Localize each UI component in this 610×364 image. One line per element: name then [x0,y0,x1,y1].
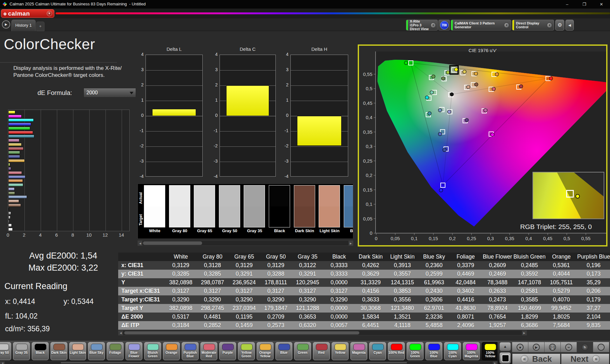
patch-button-blue[interactable]: Blue [275,342,292,360]
maximize-button[interactable]: ❐ [577,0,592,9]
table-cell: 5,4858 [418,321,450,330]
table-cell: 0,4416 [450,295,481,304]
patch-button-100%-green[interactable]: 100% Green [407,342,424,360]
table-cell: 6,3686 [513,321,546,330]
patch-color-chip [241,344,253,350]
patch-button-gray-35[interactable]: Gray 35 [13,342,30,360]
patch-button-blue-sky[interactable]: Blue Sky [88,342,105,360]
delta-y-tick: 2 [208,82,218,87]
patch-button-foliage[interactable]: Foliage [107,342,124,360]
delta-h-chart [290,55,348,177]
refresh-button[interactable]: ↻ [577,342,593,352]
patch-button-green[interactable]: Green [294,342,311,360]
deltae-bar-bluish-green [8,183,23,186]
svg-text:0,3: 0,3 [487,236,494,241]
patch-row-scrollbar[interactable]: ◀ ▶ [0,361,498,364]
close-button[interactable]: ✕ [594,0,609,9]
next-button[interactable]: Next » [561,354,609,364]
table-cell: 2,3236 [418,313,450,321]
table-cell: 0,3556 [387,295,418,304]
scroll-left-icon[interactable]: ◀ [0,361,5,364]
scroll-right-icon[interactable]: ▶ [349,241,353,246]
patch-button-orange[interactable]: Orange [163,342,180,360]
record-button[interactable] [593,342,609,352]
patch-button-orange-yellow[interactable]: Orange Yellow [257,342,274,360]
patch-button-bluish-green[interactable]: Bluish Green [144,342,161,360]
chevron-down-icon[interactable]: ▼ [47,11,52,16]
patch-button-100%-red[interactable]: 100% Red [388,342,405,360]
calman-menu-button[interactable]: ◈ calman ▼ [1,9,54,18]
patch-color-chip [428,344,440,350]
deltae-bar-gray-50 [8,216,10,219]
patch-gray-35 [244,185,265,227]
svg-text:0,45: 0,45 [543,236,552,241]
meter-badge[interactable]: 708 [438,20,450,30]
window-shade-button[interactable] [499,352,511,364]
display-control-dropdown[interactable]: Direct Display Control ▼ [512,20,554,30]
table-row: Y382,0898298,0787236,9524178,8111120,294… [118,278,610,287]
cie-measured-100-blue [439,189,443,192]
patch-button-100%-magenta[interactable]: 100% Magenta [463,342,480,360]
patch-button-dark-skin[interactable]: Dark Skin [51,342,67,360]
table-cell: 0,8071 [450,313,481,321]
patch-dark-skin [294,185,315,227]
expand-up-button[interactable]: ▲ [499,342,511,351]
meter-dropdown[interactable]: X-Rite i1Pro 3 Direct View ▼ [406,20,438,30]
patch-button-blue-flower[interactable]: Blue Flower [125,342,142,360]
patch-button-cyan[interactable]: Cyan [369,342,386,360]
table-column-header: Orange [546,253,577,261]
nav-forward-icon[interactable]: ▶ [2,20,10,29]
table-cell: 0,2360 [418,261,450,270]
scroll-left-icon[interactable]: ◀ [138,241,142,246]
table-cell: 0,3129 [165,261,197,270]
add-tab-button[interactable]: + [36,22,44,31]
patch-color-chip [72,344,84,350]
delta-y-tick: -3 [134,158,144,164]
swatch-strip-scrollbar[interactable]: ◀ ▶ [138,240,353,246]
patch-button-moderate-red[interactable]: Moderate Red [200,342,217,360]
scroll-right-icon[interactable]: ▶ [493,361,497,364]
collapse-panel-button[interactable]: ◀ [566,20,574,30]
chevron-down-icon[interactable]: ▼ [430,23,436,28]
chevron-down-icon[interactable]: ▼ [504,23,509,28]
patch-button-purplish-blue[interactable]: Purplish Blue [182,342,199,360]
patch-button-gray-50[interactable]: Gray 50 [0,342,11,360]
patch-color-chip [391,344,403,350]
stop-button[interactable]: ■ [512,342,528,352]
pattern-generator-dropdown[interactable]: CalMAN Client 3 Pattern Generator ▼ [451,20,511,30]
patch-button-100%-yellow[interactable]: 100% Yellow [482,342,498,360]
patch-button-100%-blue[interactable]: 100% Blue [425,342,442,360]
back-button[interactable]: « Back [512,354,560,364]
patch-button-black[interactable]: Black [32,342,49,360]
deltae-bar-100-cyan [8,118,34,122]
calman-logo-text: calman [8,10,45,17]
patch-button-yellow[interactable]: Yellow [332,342,349,360]
table-cell: 0,2581 [513,287,546,295]
de-formula-select[interactable]: 2000 [84,88,136,98]
scroll-right-icon[interactable]: ▶ [522,331,526,335]
step-button[interactable]: [··] [545,342,561,352]
table-scrollbar[interactable]: ◀ ▶ [118,330,527,335]
table-column-header: Blue Flower [481,253,513,261]
scrollbar-thumb[interactable] [124,331,359,334]
patch-button-yellow-green[interactable]: Yellow Green [238,342,255,360]
tab-history-1[interactable]: History 1 [11,20,36,31]
play-button[interactable]: ▶ [528,342,545,352]
patch-button-label: Dark Skin [51,351,67,354]
deltae-x-tick: 6 [55,232,58,238]
cie-measured-purplish-blue [438,132,442,136]
settings-button[interactable]: ⚙ [555,20,564,30]
scroll-left-icon[interactable]: ◀ [119,331,123,335]
minimize-button[interactable]: – [560,0,574,9]
loop-button[interactable]: ∞ [561,342,577,352]
patch-color-chip [278,344,290,350]
scrollbar-thumb[interactable] [143,241,202,245]
patch-button-100%-cyan[interactable]: 100% Cyan [444,342,461,360]
patch-button-light-skin[interactable]: Light Skin [69,342,86,360]
patch-button-purple[interactable]: Purple [219,342,236,360]
patch-button-red[interactable]: Red [313,342,330,360]
table-cell: 0,3633 [355,295,387,304]
chevron-down-icon[interactable]: ▼ [547,23,552,28]
scrollbar-thumb[interactable] [61,362,407,363]
patch-button-magenta[interactable]: Magenta [350,342,367,360]
